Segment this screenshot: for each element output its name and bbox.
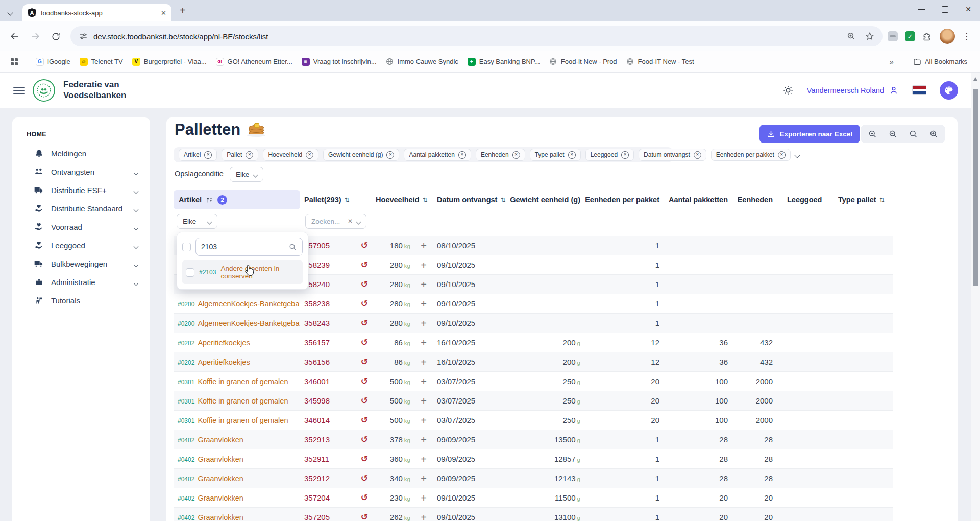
- history-icon[interactable]: ↺: [361, 338, 368, 347]
- column-header-gewicht[interactable]: Gewicht eenheid (g): [514, 196, 584, 204]
- remove-chip-icon[interactable]: ✕: [512, 151, 520, 159]
- browser-menu-icon[interactable]: ⋮: [962, 31, 971, 42]
- plus-icon[interactable]: +: [421, 473, 427, 484]
- clear-filter-icon[interactable]: ✕: [348, 218, 353, 225]
- remove-chip-icon[interactable]: ✕: [246, 151, 253, 159]
- bookmark-item[interactable]: ≡Vraag tot inschrijvin...: [297, 56, 381, 68]
- remove-chip-icon[interactable]: ✕: [694, 151, 701, 159]
- extensions-puzzle-icon[interactable]: [922, 31, 933, 41]
- plus-icon[interactable]: +: [421, 318, 427, 328]
- column-header-eenheden[interactable]: Eenheden: [732, 196, 777, 204]
- tab-search-icon[interactable]: [8, 8, 12, 17]
- browser-profile-avatar[interactable]: [940, 29, 955, 44]
- sidebar-item-distributie-esf-[interactable]: Distributie ESF+: [12, 181, 150, 199]
- tab-close-icon[interactable]: ✕: [161, 9, 166, 17]
- filter-chip[interactable]: Artikel✕: [179, 149, 217, 161]
- bookmark-item[interactable]: VBurgerprofiel - Vlaa...: [128, 56, 211, 68]
- history-icon[interactable]: ↺: [361, 415, 368, 425]
- artikel-option[interactable]: #2103 Andere groenten in conserven: [182, 260, 303, 284]
- back-icon[interactable]: [5, 27, 24, 46]
- close-button[interactable]: ✕: [957, 0, 980, 18]
- bookmark-item[interactable]: Food-IT New - Test: [622, 56, 699, 68]
- sidebar-item-tutorials[interactable]: Tutorials: [12, 291, 150, 310]
- browser-tab[interactable]: A foodbanks-stock-app ✕: [22, 4, 172, 21]
- history-icon[interactable]: ↺: [361, 376, 368, 386]
- plus-icon[interactable]: +: [421, 260, 427, 270]
- plus-icon[interactable]: +: [421, 512, 427, 521]
- remove-chip-icon[interactable]: ✕: [568, 151, 576, 159]
- history-icon[interactable]: ↺: [361, 260, 368, 270]
- apps-grid-icon[interactable]: [8, 58, 20, 66]
- extension-check-icon[interactable]: ✓: [905, 31, 915, 41]
- sidebar-item-distributie-standaard[interactable]: Distributie Standaard: [12, 199, 150, 218]
- history-icon[interactable]: ↺: [361, 357, 368, 367]
- plus-icon[interactable]: +: [421, 454, 427, 464]
- select-all-checkbox[interactable]: [182, 243, 191, 251]
- plus-icon[interactable]: +: [421, 376, 427, 387]
- zoom-out-icon[interactable]: [884, 126, 902, 141]
- chips-expand-icon[interactable]: [795, 150, 802, 159]
- remove-chip-icon[interactable]: ✕: [778, 151, 786, 159]
- pallet-search-select[interactable]: Zoeken... ✕: [305, 214, 366, 229]
- column-header-aantal-pakketten[interactable]: Aantal pakketten: [664, 196, 732, 204]
- history-icon[interactable]: ↺: [361, 435, 368, 444]
- remove-chip-icon[interactable]: ✕: [306, 151, 313, 159]
- sidebar-item-bulkbewegingen[interactable]: Bulkbewegingen: [12, 254, 150, 273]
- plus-icon[interactable]: +: [421, 338, 427, 348]
- bookmarks-overflow-icon[interactable]: »: [886, 57, 898, 66]
- minimize-button[interactable]: [910, 0, 933, 18]
- site-settings-icon[interactable]: [79, 32, 88, 41]
- bookmark-item[interactable]: Immo Cauwe Syndic: [381, 56, 463, 68]
- plus-icon[interactable]: +: [421, 279, 427, 290]
- sidebar-item-leeggoed[interactable]: Leeggoed: [12, 236, 150, 254]
- column-header-datum[interactable]: Datum ontvangst⇅: [433, 196, 514, 204]
- reload-icon[interactable]: [46, 27, 65, 46]
- remove-chip-icon[interactable]: ✕: [458, 151, 466, 159]
- extension-icon[interactable]: [888, 31, 898, 41]
- sidebar-item-ontvangsten[interactable]: Ontvangsten: [12, 162, 150, 181]
- filter-chip[interactable]: Datum ontvangst✕: [639, 149, 706, 161]
- column-header-leeggoed[interactable]: Leeggoed: [777, 196, 832, 204]
- filter-chip[interactable]: Aantal pakketten✕: [404, 149, 471, 161]
- history-icon[interactable]: ↺: [361, 241, 368, 250]
- column-header-type-pallet[interactable]: Type pallet⇅: [832, 196, 893, 204]
- filter-chip[interactable]: Eenheden✕: [476, 149, 525, 161]
- search-icon[interactable]: [904, 126, 922, 141]
- zoom-out-icon[interactable]: [863, 126, 881, 141]
- remove-chip-icon[interactable]: ✕: [621, 151, 629, 159]
- bookmark-item[interactable]: G!GO! Atheneum Etter...: [211, 56, 297, 68]
- bookmark-star-icon[interactable]: [865, 32, 874, 41]
- plus-icon[interactable]: +: [421, 299, 427, 309]
- bookmark-item[interactable]: Food-It New - Prod: [545, 56, 622, 68]
- zoom-page-icon[interactable]: [847, 32, 856, 41]
- bookmark-item[interactable]: ☺Telenet TV: [75, 56, 128, 68]
- storage-condition-select[interactable]: Elke: [230, 167, 263, 182]
- column-header-pallet[interactable]: Pallet(293)⇅: [300, 196, 380, 204]
- filter-chip[interactable]: Pallet✕: [222, 149, 258, 161]
- menu-hamburger-icon[interactable]: [13, 87, 24, 94]
- page-scrollbar[interactable]: [971, 73, 980, 521]
- user-menu[interactable]: Vandermeersch Roland: [807, 85, 899, 96]
- history-icon[interactable]: ↺: [361, 454, 368, 464]
- plus-icon[interactable]: +: [421, 357, 427, 367]
- history-icon[interactable]: ↺: [361, 318, 368, 328]
- plus-icon[interactable]: +: [421, 493, 427, 503]
- column-header-eenheden-per-pakket[interactable]: Eenheden per pakket: [584, 196, 664, 204]
- bookmark-item[interactable]: +Easy Banking BNP...: [463, 56, 545, 68]
- scrollbar-thumb[interactable]: [973, 89, 978, 286]
- address-bar[interactable]: dev.stock.foodbanksit.be/stock/app/nl-BE…: [70, 26, 883, 46]
- scroll-up-icon[interactable]: [973, 77, 977, 81]
- plus-icon[interactable]: +: [421, 396, 427, 406]
- all-bookmarks-button[interactable]: All Bookmarks: [909, 56, 972, 68]
- artikel-search-input[interactable]: 2103: [195, 238, 303, 256]
- history-icon[interactable]: ↺: [361, 396, 368, 406]
- remove-chip-icon[interactable]: ✕: [386, 151, 394, 159]
- history-icon[interactable]: ↺: [361, 279, 368, 289]
- history-icon[interactable]: ↺: [361, 512, 368, 521]
- plus-icon[interactable]: +: [421, 415, 427, 425]
- filter-chip[interactable]: Type pallet✕: [530, 149, 581, 161]
- zoom-in-icon[interactable]: [924, 126, 943, 141]
- theme-toggle-icon[interactable]: [782, 85, 794, 96]
- language-flag[interactable]: [912, 85, 926, 95]
- filter-chip[interactable]: Gewicht eenheid (g)✕: [323, 149, 399, 161]
